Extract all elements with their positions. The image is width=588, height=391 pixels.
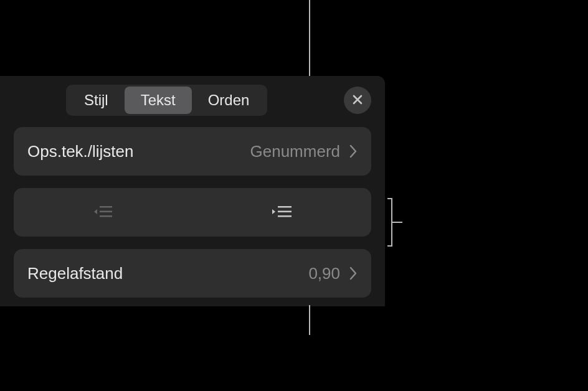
callout-line-bottom	[309, 305, 310, 335]
close-icon	[351, 93, 364, 108]
bullets-value: Genummerd	[250, 142, 341, 161]
segmented-tabs: Stijl Tekst Orden	[66, 85, 267, 116]
svg-rect-2	[100, 215, 112, 217]
close-button[interactable]	[344, 87, 371, 114]
bullets-lists-row[interactable]: Ops.tek./lijsten Genummerd	[14, 127, 371, 176]
tab-order[interactable]: Orden	[192, 87, 266, 114]
rows-container: Ops.tek./lijsten Genummerd	[0, 127, 385, 298]
svg-rect-1	[100, 210, 112, 212]
line-spacing-label: Regelafstand	[27, 264, 308, 283]
chevron-right-icon	[349, 266, 358, 281]
chevron-right-icon	[349, 144, 358, 159]
svg-rect-5	[278, 215, 292, 217]
indent-button[interactable]	[192, 188, 371, 237]
svg-rect-4	[278, 210, 292, 212]
callout-bracket-right	[387, 198, 402, 247]
outdent-button[interactable]	[14, 188, 192, 237]
svg-rect-3	[278, 206, 292, 208]
tab-text[interactable]: Tekst	[125, 87, 192, 114]
outdent-icon	[93, 204, 113, 221]
format-panel: Stijl Tekst Orden Ops.tek./lijsten Genum…	[0, 76, 385, 306]
indent-controls	[14, 188, 371, 237]
indent-icon	[272, 204, 292, 221]
bullets-label: Ops.tek./lijsten	[27, 142, 250, 161]
svg-rect-0	[100, 206, 112, 208]
panel-header: Stijl Tekst Orden	[0, 76, 385, 127]
line-spacing-row[interactable]: Regelafstand 0,90	[14, 249, 371, 298]
line-spacing-value: 0,90	[308, 264, 340, 283]
tab-style[interactable]: Stijl	[68, 87, 125, 114]
